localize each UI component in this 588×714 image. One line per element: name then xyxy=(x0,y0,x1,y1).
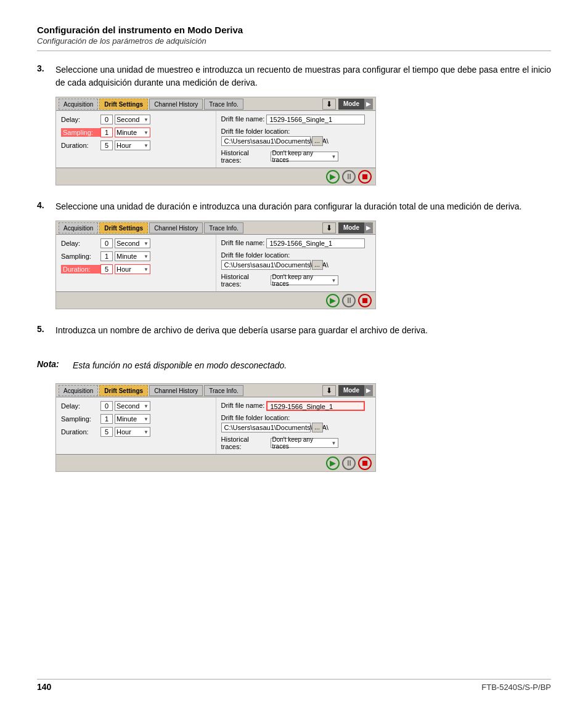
sampling-row-2: Sampling: 1 Minute ▼ xyxy=(61,251,211,261)
duration-unit-3[interactable]: Hour ▼ xyxy=(115,427,150,437)
ui-right-1: Drift file name: 1529-1566_Single_1 Drif… xyxy=(216,111,376,168)
tab-trace-info-2[interactable]: Trace Info. xyxy=(204,222,243,233)
sampling-row-3: Sampling: 1 Minute ▼ xyxy=(61,414,211,424)
sampling-row-1: Sampling: 1 Minute ▼ xyxy=(61,128,211,137)
page-header: Configuración del instrumento en Modo De… xyxy=(37,25,551,46)
note-text: Esta función no está disponible en modo … xyxy=(73,359,287,372)
delay-unit-3[interactable]: Second ▼ xyxy=(115,401,150,411)
toolbar-right-2: ⬇ Mode ▶ xyxy=(322,222,373,233)
pause-btn-1[interactable]: ⏸ xyxy=(342,170,356,184)
sampling-label-1: Sampling: xyxy=(61,128,100,137)
download-btn-1[interactable]: ⬇ xyxy=(322,99,336,110)
ui-body-2: Delay: 0 Second ▼ Sampling: 1 Minute ▼ D… xyxy=(56,235,375,291)
page-footer: 140 FTB-5240S/S-P/BP xyxy=(37,682,551,692)
mode-btn-2[interactable]: Mode xyxy=(338,222,364,233)
drift-name-value-2: 1529-1566_Single_1 xyxy=(266,238,365,248)
step-5-text: Introduzca un nombre de archivo de deriv… xyxy=(55,324,551,337)
play-btn-3[interactable]: ▶ xyxy=(326,456,340,470)
duration-unit-1[interactable]: Hour ▼ xyxy=(115,140,150,150)
mode-btn-1[interactable]: Mode xyxy=(338,99,364,110)
pause-btn-3[interactable]: ⏸ xyxy=(342,456,356,470)
browse-btn-3[interactable]: ... xyxy=(312,423,323,432)
drift-name-value-3: 1529-1566_Single_1 xyxy=(266,401,365,411)
ui-screenshot-1: Acquisition Drift Settings Channel Histo… xyxy=(55,97,376,185)
traces-select-3[interactable]: Don't keep any traces ▼ xyxy=(271,438,338,448)
traces-select-1[interactable]: Don't keep any traces ▼ xyxy=(271,152,338,161)
delay-row-1: Delay: 0 Second ▼ xyxy=(61,115,211,124)
traces-select-2[interactable]: Don't keep any traces ▼ xyxy=(271,275,338,285)
download-btn-2[interactable]: ⬇ xyxy=(322,222,336,233)
ui-toolbar-1: Acquisition Drift Settings Channel Histo… xyxy=(56,97,375,111)
delay-value-1: 0 xyxy=(100,115,113,124)
note-block: Nota: Esta función no está disponible en… xyxy=(37,359,551,372)
browse-btn-2[interactable]: ... xyxy=(312,260,323,270)
tab-trace-info-1[interactable]: Trace Info. xyxy=(204,99,243,110)
mode-arrow-1[interactable]: ▶ xyxy=(364,99,373,110)
tab-channel-history-3[interactable]: Channel History xyxy=(149,385,203,396)
tab-acquisition-2[interactable]: Acquisition xyxy=(59,222,98,233)
mode-btn-3[interactable]: Mode xyxy=(338,385,364,396)
duration-row-3: Duration: 5 Hour ▼ xyxy=(61,427,211,437)
delay-unit-1[interactable]: Second ▼ xyxy=(115,115,150,124)
browse-btn-1[interactable]: ... xyxy=(312,136,323,146)
stop-btn-3[interactable]: ⏹ xyxy=(358,456,372,470)
step-3-content: Seleccione una unidad de muestreo e intr… xyxy=(55,63,551,185)
tab-trace-info-3[interactable]: Trace Info. xyxy=(204,385,243,396)
drift-folder-label-2: Drift file folder location: xyxy=(221,251,371,259)
duration-value-2: 5 xyxy=(100,264,113,274)
download-btn-3[interactable]: ⬇ xyxy=(322,385,336,396)
play-btn-1[interactable]: ▶ xyxy=(326,170,340,184)
ui-footer-3: ▶ ⏸ ⏹ xyxy=(56,454,375,471)
drift-path-row-2: C:\Users\sasau1\Documents\OSA\ ... xyxy=(221,260,371,270)
traces-row-2: Historical traces: Don't keep any traces… xyxy=(221,273,371,288)
tab-acquisition-1[interactable]: Acquisition xyxy=(59,99,98,110)
footer-rule xyxy=(37,679,551,680)
step-4-block: 4. Seleccione una unidad de duración e i… xyxy=(37,200,551,309)
delay-label-3: Delay: xyxy=(61,402,100,410)
ui-screenshot-3: Acquisition Drift Settings Channel Histo… xyxy=(55,383,376,472)
ui-right-2: Drift file name: 1529-1566_Single_1 Drif… xyxy=(216,235,376,291)
tab-drift-settings-2[interactable]: Drift Settings xyxy=(99,222,148,233)
tab-drift-settings-1[interactable]: Drift Settings xyxy=(99,99,148,110)
drift-name-row-1: Drift file name: 1529-1566_Single_1 xyxy=(221,115,371,124)
drift-folder-label-3: Drift file folder location: xyxy=(221,414,371,421)
duration-value-1: 5 xyxy=(100,140,113,150)
traces-label-2: Historical traces: xyxy=(221,273,271,288)
delay-unit-2[interactable]: Second ▼ xyxy=(115,238,150,248)
mode-arrow-3[interactable]: ▶ xyxy=(364,385,373,396)
tab-acquisition-3[interactable]: Acquisition xyxy=(59,385,98,396)
drift-path-value-1: C:\Users\sasau1\Documents\OSA\ xyxy=(221,136,311,146)
ui-footer-1: ▶ ⏸ ⏹ xyxy=(56,168,375,185)
pause-btn-2[interactable]: ⏸ xyxy=(342,294,356,307)
sampling-unit-3[interactable]: Minute ▼ xyxy=(115,414,150,424)
delay-label-1: Delay: xyxy=(61,116,100,123)
step-5-block: 5. Introduzca un nombre de archivo de de… xyxy=(37,324,551,344)
traces-label-1: Historical traces: xyxy=(221,149,271,164)
ui-left-3: Delay: 0 Second ▼ Sampling: 1 Minute ▼ D… xyxy=(56,397,216,454)
ui-body-3: Delay: 0 Second ▼ Sampling: 1 Minute ▼ D… xyxy=(56,397,375,454)
page-subtitle: Configuración de los parámetros de adqui… xyxy=(37,36,551,46)
tab-channel-history-2[interactable]: Channel History xyxy=(149,222,203,233)
mode-arrow-2[interactable]: ▶ xyxy=(364,222,373,233)
duration-label-2: Duration: xyxy=(61,265,100,274)
step-3-block: 3. Seleccione una unidad de muestreo e i… xyxy=(37,63,551,185)
stop-btn-1[interactable]: ⏹ xyxy=(358,170,372,184)
drift-path-row-3: C:\Users\sasau1\Documents\OSA\ ... xyxy=(221,423,371,432)
ui-left-2: Delay: 0 Second ▼ Sampling: 1 Minute ▼ D… xyxy=(56,235,216,291)
duration-unit-2[interactable]: Hour ▼ xyxy=(115,264,150,274)
ui-left-1: Delay: 0 Second ▼ Sampling: 1 Minute ▼ D… xyxy=(56,111,216,168)
play-btn-2[interactable]: ▶ xyxy=(326,294,340,307)
traces-label-3: Historical traces: xyxy=(221,436,271,450)
sampling-unit-1[interactable]: Minute ▼ xyxy=(115,128,150,137)
sampling-label-2: Sampling: xyxy=(61,253,100,260)
sampling-unit-2[interactable]: Minute ▼ xyxy=(115,251,150,261)
delay-row-2: Delay: 0 Second ▼ xyxy=(61,238,211,248)
header-rule xyxy=(37,51,551,51)
ui-footer-2: ▶ ⏸ ⏹ xyxy=(56,291,375,309)
drift-name-label-2: Drift file name: xyxy=(221,239,267,246)
sampling-label-3: Sampling: xyxy=(61,415,100,423)
stop-btn-2[interactable]: ⏹ xyxy=(358,294,372,307)
tab-drift-settings-3[interactable]: Drift Settings xyxy=(99,385,148,396)
tab-channel-history-1[interactable]: Channel History xyxy=(149,99,203,110)
step-4-text: Seleccione una unidad de duración e intr… xyxy=(55,200,551,213)
